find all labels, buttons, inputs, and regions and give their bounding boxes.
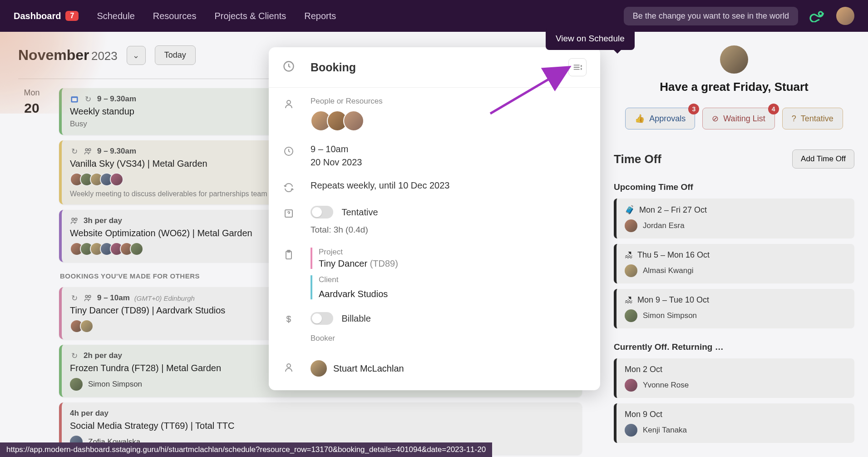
- modal-people-row: People or Resources: [282, 97, 587, 131]
- umbrella-icon: 🏖: [625, 250, 633, 260]
- today-button[interactable]: Today: [155, 45, 196, 65]
- timeoff-card[interactable]: 🏖 Mon 9 – Tue 10 Oct Simon Simpson: [614, 289, 854, 328]
- approvals-button[interactable]: 👍 Approvals 3: [625, 108, 695, 129]
- timeoff-card[interactable]: Mon 9 Oct Kenji Tanaka: [614, 403, 854, 443]
- calendar-icon: [70, 94, 79, 104]
- top-nav: Dashboard 7 Schedule Resources Projects …: [0, 0, 868, 32]
- tentative-button[interactable]: ? Tentative: [782, 108, 843, 129]
- timeoff-person-name: Almasi Kwangi: [643, 266, 694, 275]
- nav-label: Dashboard: [14, 11, 61, 21]
- view-schedule-tooltip: View on Schedule: [546, 27, 635, 50]
- clock-icon: [282, 60, 297, 75]
- nav-right: Be the change you want to see in the wor…: [624, 6, 854, 26]
- svg-point-3: [85, 149, 88, 151]
- dollar-icon: [282, 312, 295, 325]
- action-label: Tentative: [801, 114, 833, 124]
- resource-avatar[interactable]: [343, 110, 364, 131]
- modal-booker-row: Stuart McLachlan: [282, 360, 587, 377]
- modal-title: Booking: [311, 61, 568, 74]
- modal-booker: Stuart McLachlan: [311, 360, 587, 377]
- tentative-toggle[interactable]: [311, 206, 333, 219]
- modal-header: Booking: [269, 47, 600, 88]
- person-avatar: [625, 379, 637, 392]
- action-label: Approvals: [649, 114, 686, 124]
- card-time: 9 – 10am: [97, 293, 130, 303]
- nav-reports[interactable]: Reports: [304, 11, 336, 21]
- timeoff-card[interactable]: Mon 2 Oct Yvonne Rose: [614, 358, 854, 398]
- repeat-icon: ↻: [84, 94, 93, 104]
- day-label: Mon 20: [18, 88, 45, 455]
- status-bar: https://app.modern-dashboard.sstaging.gu…: [0, 442, 492, 457]
- infinity-icon[interactable]: [807, 6, 827, 26]
- total-text: Total: 3h (0.4d): [311, 225, 587, 235]
- action-badge: 4: [768, 104, 779, 114]
- user-avatar[interactable]: [836, 7, 854, 25]
- clipboard-icon: [282, 248, 295, 260]
- modal-tentative: Tentative Total: 3h (0.4d): [311, 206, 587, 235]
- action-buttons: 👍 Approvals 3 ⊘ Waiting List 4 ? Tentati…: [614, 108, 854, 129]
- booking-modal: Booking People or Resources: [269, 47, 600, 390]
- timeoff-range: Thu 5 – Mon 16 Oct: [637, 250, 710, 260]
- card-time: 4h per day: [70, 409, 108, 418]
- nav-dashboard[interactable]: Dashboard 7: [14, 11, 79, 21]
- modal-project-block: Project Tiny Dancer (TD89) Client Aardva…: [311, 248, 587, 299]
- person-avatar: [625, 309, 637, 322]
- modal-time-row: 9 – 10am 20 Nov 2023: [282, 144, 587, 168]
- timeoff-card[interactable]: 🏖 Thu 5 – Mon 16 Oct Almasi Kwangi: [614, 244, 854, 283]
- clock-icon: [282, 144, 295, 157]
- profile-avatar[interactable]: [720, 45, 748, 74]
- people-icon: [84, 147, 93, 156]
- question-icon: ?: [792, 114, 796, 124]
- alert-icon: ⊘: [712, 114, 719, 124]
- svg-point-8: [89, 295, 91, 298]
- repeat-icon: ↻: [70, 147, 79, 156]
- person-icon: [282, 97, 295, 109]
- timeoff-person: Simon Simpson: [625, 309, 846, 322]
- project-code: (TD89): [370, 258, 398, 268]
- timeoff-title: Time Off: [614, 152, 661, 166]
- nav-schedule[interactable]: Schedule: [97, 11, 134, 21]
- add-timeoff-button[interactable]: Add Time Off: [792, 149, 854, 169]
- timeoff-date: 🏖 Thu 5 – Mon 16 Oct: [625, 250, 846, 260]
- modal-billable: Billable Booker: [311, 312, 587, 348]
- modal-project-row: Project Tiny Dancer (TD89) Client Aardva…: [282, 248, 587, 299]
- nav-items: Dashboard 7 Schedule Resources Projects …: [14, 11, 336, 21]
- billable-toggle[interactable]: [311, 312, 333, 325]
- project-block: Project Tiny Dancer (TD89): [311, 248, 587, 269]
- timeoff-person-name: Yvonne Rose: [643, 381, 689, 390]
- card-time: 9 – 9.30am: [97, 94, 136, 104]
- svg-point-5: [72, 218, 74, 220]
- timeoff-person-name: Kenji Tanaka: [643, 426, 687, 435]
- card-time: 9 – 9.30am: [97, 147, 136, 156]
- day-number: 20: [18, 100, 45, 116]
- repeat-icon: ↻: [70, 293, 79, 303]
- month-year: 2023: [91, 49, 118, 63]
- nav-resources[interactable]: Resources: [153, 11, 197, 21]
- booker-label: Booker: [311, 334, 587, 343]
- nav-projects[interactable]: Projects & Clients: [214, 11, 286, 21]
- question-calendar-icon: [282, 206, 295, 219]
- card-timezone: (GMT+0) Edinburgh: [134, 294, 195, 302]
- repeat-icon: ↻: [70, 351, 79, 360]
- action-label: Waiting List: [723, 114, 765, 124]
- month-dropdown-button[interactable]: ⌄: [127, 46, 146, 65]
- month-title: November 2023: [18, 47, 118, 64]
- timeoff-date: 🏖 Mon 9 – Tue 10 Oct: [625, 295, 846, 305]
- waiting-list-button[interactable]: ⊘ Waiting List 4: [702, 108, 774, 129]
- modal-body: People or Resources 9 – 10am 20 Nov 2023: [269, 88, 600, 390]
- modal-time: 9 – 10am: [311, 144, 587, 154]
- right-column: Have a great Friday, Stuart 👍 Approvals …: [600, 32, 868, 457]
- luggage-icon: 🧳: [625, 205, 635, 215]
- timeoff-person: Almasi Kwangi: [625, 264, 846, 277]
- modal-repeat-row: Repeats weekly, until 10 Dec 2023: [282, 180, 587, 193]
- timeoff-section: Time Off Add Time Off Upcoming Time Off …: [614, 149, 854, 443]
- timeoff-card[interactable]: 🧳 Mon 2 – Fri 27 Oct Jordan Esra: [614, 199, 854, 238]
- card-time: 3h per day: [84, 216, 122, 225]
- view-schedule-button[interactable]: [568, 58, 587, 76]
- card-time: 2h per day: [84, 351, 122, 360]
- svg-point-6: [75, 218, 77, 220]
- svg-point-4: [89, 149, 91, 151]
- client-name: Aardvark Studios: [319, 289, 587, 299]
- modal-time-block: 9 – 10am 20 Nov 2023: [311, 144, 587, 168]
- nav-badge: 7: [65, 11, 79, 21]
